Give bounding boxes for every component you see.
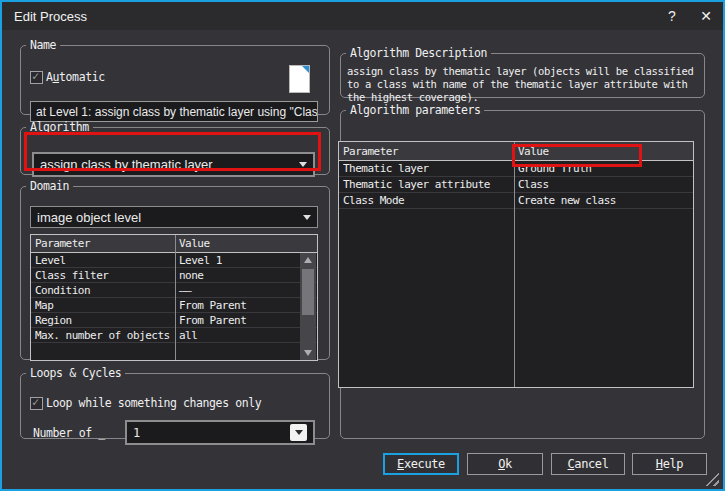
table-row[interactable]: LevelLevel 1: [31, 253, 317, 268]
automatic-checkbox[interactable]: ✓ Automatic: [30, 70, 105, 84]
value-cell[interactable]: Ground Truth: [514, 162, 693, 175]
algorithm-description-text: assign class by thematic layer (objects …: [347, 65, 699, 104]
loops-cycles-group-label: Loops & Cycles: [26, 366, 125, 380]
table-row[interactable]: Thematic layerGround Truth: [339, 161, 693, 177]
value-cell[interactable]: Class: [514, 178, 693, 191]
help-button[interactable]: Help: [632, 453, 707, 475]
scroll-down-icon[interactable]: [300, 346, 316, 360]
domain-select[interactable]: image object level: [30, 206, 318, 228]
automatic-checkbox-label: Automatic: [46, 70, 105, 84]
param-cell[interactable]: Level: [31, 254, 175, 267]
column-divider: [175, 235, 176, 360]
name-group-label: Name: [26, 38, 60, 52]
loops-cycles-group: Loops & Cycles ✓ Loop while something ch…: [20, 366, 330, 439]
algorithm-selected-value: assign class by thematic layer: [40, 157, 213, 172]
algorithm-select[interactable]: assign class by thematic layer: [32, 152, 315, 177]
value-cell[interactable]: Level 1: [175, 254, 317, 267]
number-of-select[interactable]: 1: [125, 420, 315, 445]
param-cell[interactable]: Map: [31, 299, 175, 312]
algorithm-description-label: Algorithm Description: [346, 46, 491, 60]
domain-group-label: Domain: [26, 179, 73, 193]
loop-while-changes-label: Loop while something changes only: [46, 396, 261, 410]
table-header-row: ParameterValue: [31, 235, 317, 253]
checkbox-checked-icon: ✓: [30, 397, 43, 410]
chevron-down-icon: [290, 424, 307, 441]
domain-group: Domain image object level ParameterValue…: [20, 179, 330, 360]
algorithm-parameters-label: Algorithm parameters: [346, 103, 484, 117]
table-row[interactable]: Max. number of objectsall: [31, 328, 317, 343]
resize-grip[interactable]: [705, 472, 719, 486]
param-cell[interactable]: Max. number of objects: [31, 329, 175, 342]
value-cell[interactable]: none: [175, 269, 317, 282]
param-cell[interactable]: Thematic layer: [339, 162, 514, 175]
domain-table-scrollbar[interactable]: [300, 253, 316, 360]
table-row[interactable]: RegionFrom Parent: [31, 313, 317, 328]
column-header: Parameter: [339, 145, 514, 158]
scrollbar-thumb[interactable]: [302, 269, 314, 315]
column-header: Value: [514, 145, 693, 158]
ok-button[interactable]: Ok: [467, 453, 543, 475]
value-cell[interactable]: Create new class: [514, 194, 693, 207]
column-header: Parameter: [31, 237, 175, 250]
algorithm-group-label: Algorithm: [26, 120, 93, 134]
window-title: Edit Process: [14, 9, 87, 24]
chevron-down-icon: [303, 215, 311, 220]
scroll-up-icon[interactable]: [300, 253, 316, 267]
value-cell[interactable]: From Parent: [175, 299, 317, 312]
table-header-row: ParameterValue: [339, 142, 693, 161]
domain-selected-value: image object level: [37, 210, 141, 225]
table-row[interactable]: Condition——: [31, 283, 317, 298]
execute-button[interactable]: Execute: [383, 453, 459, 475]
param-cell[interactable]: Class Mode: [339, 194, 514, 207]
table-row[interactable]: Thematic layer attributeClass: [339, 177, 693, 193]
value-cell[interactable]: ——: [175, 284, 317, 297]
cancel-button[interactable]: Cancel: [551, 453, 625, 475]
table-row[interactable]: Class ModeCreate new class: [339, 193, 693, 209]
table-row[interactable]: MapFrom Parent: [31, 298, 317, 313]
chevron-down-icon: [299, 162, 307, 167]
param-cell[interactable]: Region: [31, 314, 175, 327]
name-group: Name ✓ Automatic at Level 1: assign clas…: [20, 38, 330, 115]
algorithm-parameters-group: Algorithm parameters ParameterValueThema…: [340, 103, 705, 439]
param-cell[interactable]: Class filter: [31, 269, 175, 282]
edit-process-dialog: Edit Process ? ✕ Name ✓ Automatic at Lev…: [0, 0, 725, 491]
new-document-icon[interactable]: [289, 65, 310, 93]
titlebar[interactable]: Edit Process ? ✕: [2, 2, 723, 30]
algorithm-description-group: Algorithm Description assign class by th…: [340, 46, 705, 98]
table-row[interactable]: Class filternone: [31, 268, 317, 283]
checkbox-checked-icon: ✓: [30, 71, 43, 84]
value-cell[interactable]: all: [175, 329, 317, 342]
help-icon[interactable]: ?: [655, 2, 689, 30]
column-divider: [514, 142, 515, 387]
param-cell[interactable]: Condition: [31, 284, 175, 297]
number-of-label: Number of _: [33, 426, 105, 440]
algorithm-parameters-table: ParameterValueThematic layerGround Truth…: [338, 141, 694, 388]
param-cell[interactable]: Thematic layer attribute: [339, 178, 514, 191]
number-of-value: 1: [133, 426, 140, 440]
column-header: Value: [175, 237, 317, 250]
loop-while-changes-checkbox[interactable]: ✓ Loop while something changes only: [30, 396, 261, 410]
value-cell[interactable]: From Parent: [175, 314, 317, 327]
algorithm-group: Algorithm assign class by thematic layer: [20, 120, 330, 175]
domain-parameters-table: ParameterValueLevelLevel 1Class filterno…: [30, 234, 318, 361]
close-icon[interactable]: ✕: [689, 2, 723, 30]
process-name-field[interactable]: at Level 1: assign class by thematic lay…: [30, 101, 318, 122]
